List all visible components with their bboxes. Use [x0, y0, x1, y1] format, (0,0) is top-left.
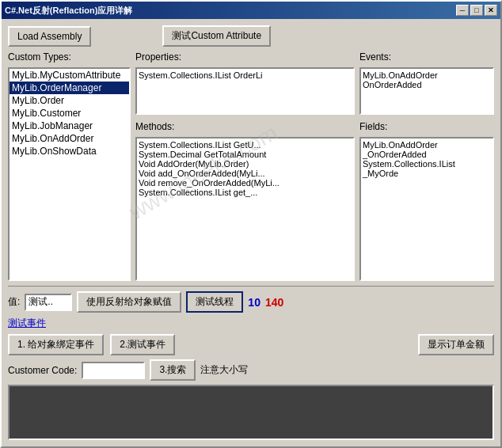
customer-row: Customer Code: 3.搜索 注意大小写 — [8, 359, 494, 381]
customer-code-label: Customer Code: — [8, 365, 77, 376]
reflect-assign-button[interactable]: 使用反射给对象赋值 — [77, 291, 181, 313]
list-item[interactable]: MyLib.JobManager — [10, 120, 129, 132]
toolbar-row: Load Assembly 测试Custom Attribute — [8, 25, 494, 47]
list-item[interactable]: MyLib.MyCustomAttribute — [10, 69, 129, 82]
maximize-button[interactable]: □ — [470, 5, 483, 16]
bind-event-button[interactable]: 1. 给对象绑定事件 — [8, 334, 104, 355]
minimize-button[interactable]: ─ — [456, 5, 469, 16]
list-item[interactable]: MyLib.Order — [10, 94, 129, 107]
test-event-button[interactable]: 2.测试事件 — [110, 334, 175, 355]
customer-code-input[interactable] — [82, 362, 145, 379]
methods-textbox[interactable] — [135, 137, 355, 281]
test-events-buttons-row: 1. 给对象绑定事件 2.测试事件 显示订单金额 — [8, 334, 494, 355]
list-item[interactable]: MyLib.OrderManager — [10, 82, 129, 94]
close-button[interactable]: ✕ — [485, 5, 497, 16]
list-item[interactable]: MyLib.OnAddOrder — [10, 132, 129, 145]
num1-display: 10 — [248, 296, 261, 309]
value-label: 值: — [8, 295, 20, 309]
fields-textbox[interactable] — [359, 137, 494, 281]
custom-types-label: Custom Types: — [8, 51, 131, 63]
properties-methods-panel: Properties: Methods: — [135, 51, 355, 281]
title-bar: C#.Net反射(Reflaction)应用详解 ─ □ ✕ — [2, 2, 500, 19]
list-item[interactable]: MyLib.Customer — [10, 107, 129, 120]
test-events-label: 测试事件 — [8, 317, 46, 328]
show-order-amount-button[interactable]: 显示订单金额 — [418, 334, 494, 355]
properties-label: Properties: — [135, 51, 355, 63]
content-area: Load Assembly 测试Custom Attribute Custom … — [2, 19, 500, 446]
num2-display: 140 — [265, 296, 283, 309]
main-panels: Custom Types: MyLib.MyCustomAttribute My… — [8, 51, 494, 281]
load-assembly-button[interactable]: Load Assembly — [8, 26, 91, 47]
test-custom-attr-button[interactable]: 测试Custom Attribute — [162, 25, 271, 47]
window-title: C#.Net反射(Reflaction)应用详解 — [5, 5, 456, 17]
title-bar-controls: ─ □ ✕ — [456, 5, 497, 16]
methods-label: Methods: — [135, 121, 355, 132]
bottom-section: 值: 使用反射给对象赋值 测试线程 10 140 测试事件 1. 给对象绑定事件… — [8, 286, 494, 440]
test-events-section-label: 测试事件 — [8, 317, 494, 330]
custom-types-panel: Custom Types: MyLib.MyCustomAttribute My… — [8, 51, 131, 281]
fields-label: Fields: — [359, 121, 494, 132]
events-textbox[interactable] — [359, 67, 494, 115]
output-box — [8, 385, 494, 440]
test-thread-button[interactable]: 测试线程 — [186, 291, 243, 313]
value-row: 值: 使用反射给对象赋值 测试线程 10 140 — [8, 291, 494, 313]
search-button[interactable]: 3.搜索 — [150, 359, 196, 381]
main-window: C#.Net反射(Reflaction)应用详解 ─ □ ✕ Load Asse… — [0, 0, 502, 448]
events-label: Events: — [359, 51, 494, 63]
value-input[interactable] — [25, 294, 72, 311]
list-item[interactable]: MyLib.OnShowData — [10, 145, 129, 158]
custom-types-listbox[interactable]: MyLib.MyCustomAttribute MyLib.OrderManag… — [8, 67, 131, 281]
properties-textbox[interactable] — [135, 67, 355, 115]
events-fields-panel: Events: Fields: — [359, 51, 494, 281]
note-label: 注意大小写 — [200, 363, 248, 377]
